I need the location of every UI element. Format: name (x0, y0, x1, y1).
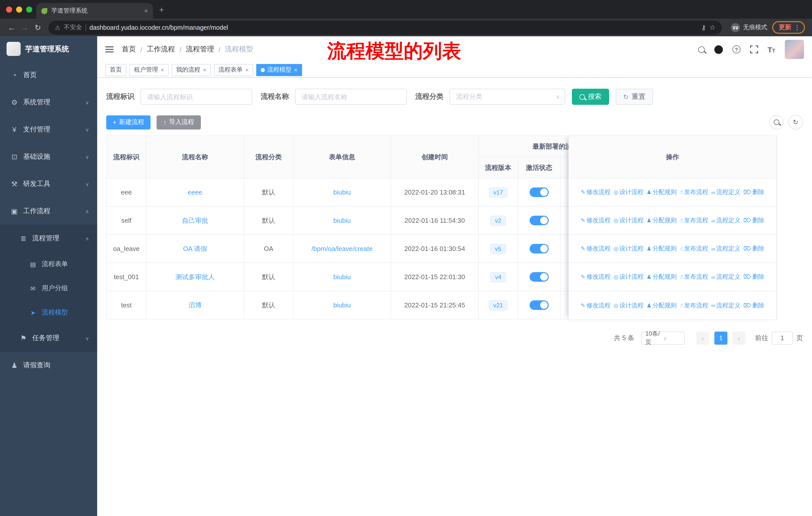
font-size-icon[interactable]: TT (767, 45, 775, 54)
url-text[interactable]: dashboard.yudao.iocoder.cn/bpm/manager/m… (90, 24, 698, 31)
help-icon[interactable]: ? (732, 45, 740, 53)
process-name-link[interactable]: 自己审批 (182, 216, 208, 224)
design-process-link[interactable]: ◎设计流程 (614, 244, 644, 253)
sidebar-item-system[interactable]: ⚙ 系统管理 ∨ (0, 89, 97, 116)
fullscreen-icon[interactable] (750, 45, 758, 53)
sidebar-item-devtools[interactable]: ⚒ 研发工具 ∨ (0, 170, 97, 197)
form-link[interactable]: biubiu (333, 301, 351, 309)
modify-process-link[interactable]: ✎修改流程 (581, 273, 610, 281)
active-toggle[interactable] (529, 187, 549, 197)
delete-link[interactable]: ⌦删除 (744, 301, 764, 310)
delete-link[interactable]: ⌦删除 (744, 216, 764, 225)
import-process-button[interactable]: ↑ 导入流程 (157, 115, 201, 129)
tag-my-process[interactable]: 我的流程 × (172, 64, 211, 76)
browser-update-menu-button[interactable]: 更新 ⋮ (772, 21, 805, 34)
tag-process-model[interactable]: 流程模型 × (256, 64, 302, 76)
address-bar[interactable]: ⚠ 不安全 dashboard.yudao.iocoder.cn/bpm/man… (48, 20, 722, 34)
sidebar-item-user-group[interactable]: ✉ 用户分组 (0, 276, 97, 300)
next-page-button[interactable]: › (732, 332, 746, 345)
prev-page-button[interactable]: ‹ (696, 332, 709, 345)
breadcrumb-item[interactable]: 首页 (122, 45, 136, 54)
form-link[interactable]: biubiu (333, 217, 351, 224)
tag-home[interactable]: 首页 (105, 64, 126, 76)
window-zoom-button[interactable] (26, 6, 32, 12)
process-name-link[interactable]: 测试多审批人 (175, 273, 215, 280)
window-close-button[interactable] (6, 6, 12, 12)
active-toggle[interactable] (529, 244, 549, 253)
process-definition-link[interactable]: ∞流程定义 (711, 301, 741, 310)
close-icon[interactable]: × (203, 66, 206, 73)
page-number-button[interactable]: 1 (714, 332, 727, 345)
security-label[interactable]: 不安全 (64, 23, 82, 32)
tab-close-icon[interactable]: × (144, 7, 148, 15)
assign-rule-link[interactable]: ♟分配规则 (647, 301, 677, 310)
publish-process-link[interactable]: ☝发布流程 (680, 188, 708, 196)
form-link[interactable]: biubiu (333, 188, 351, 196)
page-size-select[interactable]: 10条/页 ∨ (641, 332, 685, 345)
tag-tenant[interactable]: 租户管理 × (129, 64, 169, 76)
back-button[interactable]: ← (5, 23, 18, 32)
category-select[interactable]: 流程分类 ∨ (450, 89, 565, 105)
create-process-button[interactable]: + 新建流程 (106, 115, 151, 129)
form-link[interactable]: biubiu (333, 273, 351, 281)
forward-button[interactable]: → (18, 23, 31, 32)
process-name-link[interactable]: eeee (188, 188, 202, 196)
breadcrumb-item[interactable]: 工作流程 (147, 45, 175, 54)
assign-rule-link[interactable]: ♟分配规则 (647, 273, 677, 281)
active-toggle[interactable] (529, 216, 549, 225)
bookmark-star-icon[interactable]: ☆ (709, 24, 715, 31)
goto-page-input[interactable] (772, 332, 793, 345)
sidebar-collapse-button[interactable] (105, 46, 114, 52)
refresh-table-button[interactable]: ↻ (788, 115, 803, 130)
reset-button[interactable]: ↻ 重置 (616, 89, 653, 105)
assign-rule-link[interactable]: ♟分配规则 (647, 216, 677, 225)
sidebar-item-home[interactable]: ◔ 首页 (0, 61, 97, 89)
process-name-link[interactable]: 滔博 (188, 301, 202, 309)
sidebar-item-process-management[interactable]: ≣ 流程管理 ∧ (0, 225, 97, 252)
window-minimize-button[interactable] (16, 6, 22, 12)
toggle-search-button[interactable] (769, 115, 784, 130)
close-icon[interactable]: × (161, 66, 164, 73)
new-tab-button[interactable]: + (159, 5, 164, 15)
active-toggle[interactable] (529, 300, 549, 310)
reload-button[interactable]: ↻ (31, 23, 44, 32)
design-process-link[interactable]: ◎设计流程 (614, 216, 644, 225)
modify-process-link[interactable]: ✎修改流程 (581, 244, 610, 253)
github-icon[interactable] (714, 45, 723, 54)
process-definition-link[interactable]: ∞流程定义 (711, 273, 741, 281)
delete-link[interactable]: ⌦删除 (744, 273, 764, 281)
sidebar-item-workflow[interactable]: ▣ 工作流程 ∧ (0, 197, 97, 225)
browser-tab[interactable]: 芋道管理系统 × (36, 3, 153, 19)
close-icon[interactable]: × (294, 66, 297, 73)
process-definition-link[interactable]: ∞流程定义 (711, 188, 741, 196)
process-name-link[interactable]: OA 请假 (183, 245, 207, 252)
assign-rule-link[interactable]: ♟分配规则 (647, 244, 677, 253)
process-definition-link[interactable]: ∞流程定义 (711, 244, 741, 253)
close-icon[interactable]: × (245, 66, 249, 73)
sidebar-item-task-management[interactable]: ⚑ 任务管理 ∨ (0, 325, 97, 352)
menu-dots-icon[interactable]: ⋮ (794, 24, 801, 31)
process-name-input[interactable] (295, 89, 407, 105)
modify-process-link[interactable]: ✎修改流程 (581, 301, 610, 310)
sidebar-item-process-form[interactable]: ▤ 流程表单 (0, 252, 97, 276)
avatar[interactable] (785, 40, 804, 59)
breadcrumb-item[interactable]: 流程管理 (186, 45, 214, 54)
app-logo[interactable]: 芋道管理系统 (0, 36, 97, 61)
publish-process-link[interactable]: ☝发布流程 (680, 244, 708, 253)
active-toggle[interactable] (529, 272, 549, 282)
sidebar-item-infrastructure[interactable]: ⊡ 基础设施 ∨ (0, 143, 97, 170)
sidebar-item-leave-query[interactable]: ♟ 请假查询 (0, 352, 97, 379)
design-process-link[interactable]: ◎设计流程 (614, 273, 644, 281)
delete-link[interactable]: ⌦删除 (744, 188, 764, 196)
search-icon[interactable] (698, 46, 704, 53)
publish-process-link[interactable]: ☝发布流程 (680, 301, 708, 310)
process-id-input[interactable] (141, 89, 252, 105)
sidebar-item-payment[interactable]: ¥ 支付管理 ∨ (0, 116, 97, 143)
process-definition-link[interactable]: ∞流程定义 (711, 216, 741, 225)
sidebar-item-process-model[interactable]: ➤ 流程模型 (0, 300, 97, 325)
design-process-link[interactable]: ◎设计流程 (614, 188, 644, 196)
tag-process-form[interactable]: 流程表单 × (214, 64, 253, 76)
key-icon[interactable]: ⚷ (701, 24, 706, 31)
delete-link[interactable]: ⌦删除 (744, 244, 764, 253)
design-process-link[interactable]: ◎设计流程 (614, 301, 644, 310)
